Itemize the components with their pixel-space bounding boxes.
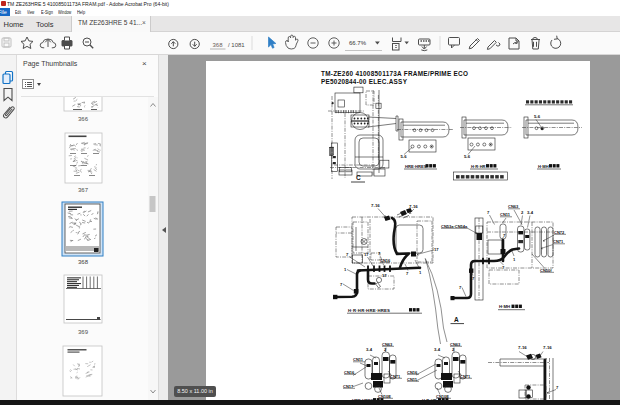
svg-text:7-16: 7-16 <box>409 204 418 209</box>
svg-text:7: 7 <box>487 210 490 215</box>
svg-text:7: 7 <box>502 265 505 270</box>
svg-text:CN71: CN71 <box>390 374 401 379</box>
svg-text:7: 7 <box>472 276 475 281</box>
svg-text:7-16: 7-16 <box>518 345 527 350</box>
svg-text:5-6: 5-6 <box>464 154 471 159</box>
svg-text:366: 366 <box>78 116 89 122</box>
svg-text:5-6: 5-6 <box>401 154 408 159</box>
svg-text:CN71: CN71 <box>460 374 471 379</box>
svg-text:1: 1 <box>344 267 347 272</box>
svg-text:CN11: CN11 <box>500 212 511 217</box>
svg-text:7: 7 <box>346 252 349 257</box>
svg-text:CN16: CN16 <box>380 258 391 263</box>
svg-text:HRE·HRES: HRE·HRES <box>405 164 427 169</box>
svg-text:CN50f: CN50f <box>540 268 552 273</box>
svg-text:1: 1 <box>419 270 422 275</box>
svg-text:367: 367 <box>78 187 89 193</box>
svg-text:CN17: CN17 <box>343 384 354 389</box>
svg-text:7: 7 <box>340 282 343 287</box>
svg-text:17: 17 <box>434 247 439 252</box>
svg-text:5-6: 5-6 <box>534 114 541 119</box>
svg-text:7-16: 7-16 <box>371 203 380 208</box>
svg-text:CN16: CN16 <box>344 370 355 375</box>
svg-text:369: 369 <box>78 329 89 335</box>
svg-text:3-4: 3-4 <box>527 210 534 215</box>
svg-text:1: 1 <box>513 257 516 262</box>
svg-text:7: 7 <box>406 271 409 276</box>
svg-text:66.7%: 66.7% <box>349 40 367 46</box>
svg-text:2: 2 <box>452 347 455 352</box>
svg-text:H·R·HR·HRE·HRES: H·R·HR·HRE·HRES <box>348 308 390 313</box>
svg-text:7: 7 <box>459 285 462 290</box>
svg-text:368: 368 <box>78 259 89 265</box>
svg-text:PE5020844-00 ELEC.ASSY: PE5020844-00 ELEC.ASSY <box>321 78 408 85</box>
svg-text:3-4: 3-4 <box>366 347 373 352</box>
svg-text:17: 17 <box>364 252 369 257</box>
svg-text:CN53a·CN54a: CN53a·CN54a <box>441 224 468 229</box>
svg-text:H·MH: H·MH <box>538 164 549 169</box>
svg-text:CN10E: CN10E <box>378 394 391 399</box>
svg-text:CN71: CN71 <box>553 239 564 244</box>
svg-text:CN10E: CN10E <box>436 394 449 399</box>
svg-text:2: 2 <box>521 210 524 215</box>
svg-text:7-16: 7-16 <box>543 345 552 350</box>
svg-text:C: C <box>356 174 361 181</box>
svg-text:7: 7 <box>556 385 559 390</box>
svg-text:A: A <box>454 316 459 323</box>
svg-text:3-4: 3-4 <box>434 347 441 352</box>
svg-text:CN11: CN11 <box>353 357 364 362</box>
svg-text:CN63: CN63 <box>508 204 519 209</box>
svg-text:TM-ZE260 41008501173A FRAME/PR: TM-ZE260 41008501173A FRAME/PRIME ECO <box>321 70 468 77</box>
svg-text:7: 7 <box>378 251 381 256</box>
svg-text:CN16: CN16 <box>407 370 418 375</box>
svg-text:H·MH: H·MH <box>499 304 510 309</box>
svg-text:H·R·HR: H·R·HR <box>471 164 486 169</box>
svg-text:368: 368 <box>212 42 223 48</box>
svg-text:CN72: CN72 <box>554 230 565 235</box>
svg-text:17: 17 <box>382 273 387 278</box>
svg-text:/ 1081: / 1081 <box>228 42 245 48</box>
svg-text:2: 2 <box>384 347 387 352</box>
